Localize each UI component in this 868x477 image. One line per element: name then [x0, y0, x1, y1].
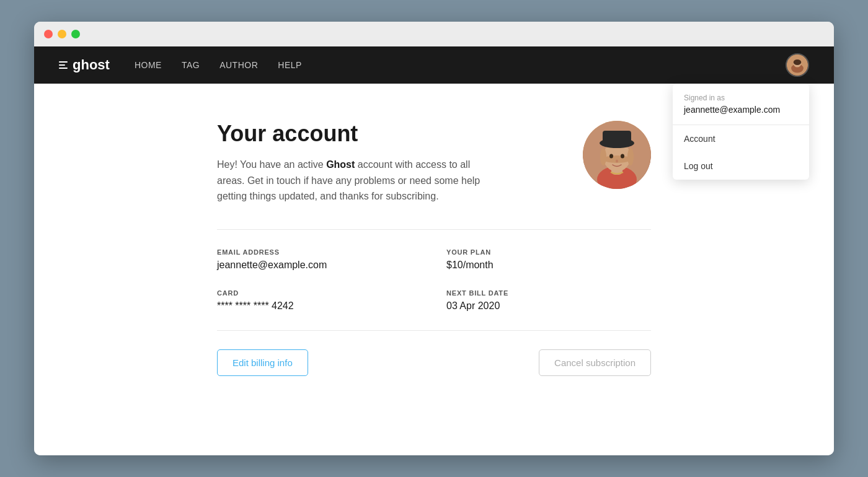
next-bill-item: NEXT BILL DATE 03 Apr 2020: [446, 289, 651, 312]
account-title: Your account: [217, 121, 484, 147]
svg-point-13: [609, 154, 613, 159]
signed-in-label: Signed in as: [684, 94, 798, 102]
desc-prefix: Hey! You have an active: [217, 159, 326, 170]
browser-content: ghost HOME TAG AUTHOR HELP: [34, 46, 834, 455]
dropdown-user-email: jeannette@example.com: [684, 105, 798, 115]
navbar: ghost HOME TAG AUTHOR HELP: [34, 46, 834, 84]
avatar-inner: [583, 121, 651, 189]
nav-links: HOME TAG AUTHOR HELP: [135, 60, 786, 70]
close-button[interactable]: [44, 30, 53, 38]
user-dropdown: Signed in as jeannette@example.com Accou…: [673, 84, 809, 180]
traffic-lights: [44, 30, 80, 38]
dropdown-account-link[interactable]: Account: [673, 125, 809, 152]
email-value: jeannette@example.com: [217, 260, 422, 271]
next-bill-value: 03 Apr 2020: [446, 300, 651, 312]
svg-rect-9: [603, 131, 631, 146]
plan-item: YOUR PLAN $10/month: [446, 248, 651, 271]
account-container: Your account Hey! You have an active Gho…: [217, 84, 651, 455]
svg-point-12: [627, 148, 634, 165]
plan-value: $10/month: [446, 260, 651, 271]
svg-point-15: [616, 160, 618, 163]
brand-name: Ghost: [326, 159, 355, 170]
edit-billing-button[interactable]: Edit billing info: [217, 349, 308, 376]
divider: [217, 330, 651, 331]
plan-label: YOUR PLAN: [446, 248, 651, 256]
account-description: Hey! You have an active Ghost account wi…: [217, 157, 484, 204]
dropdown-logout-link[interactable]: Log out: [673, 152, 809, 180]
svg-point-14: [621, 154, 624, 159]
next-bill-label: NEXT BILL DATE: [446, 289, 651, 297]
titlebar: [34, 22, 834, 46]
avatar-image: [787, 55, 808, 76]
email-address-item: EMAIL ADDRESS jeannette@example.com: [217, 248, 422, 271]
user-profile-avatar: [583, 121, 651, 189]
email-label: EMAIL ADDRESS: [217, 248, 422, 256]
button-row: Edit billing info Cancel subscription: [217, 349, 651, 376]
info-grid: EMAIL ADDRESS jeannette@example.com YOUR…: [217, 248, 651, 312]
nav-tag[interactable]: TAG: [182, 60, 200, 70]
account-info-section: EMAIL ADDRESS jeannette@example.com YOUR…: [217, 229, 651, 312]
minimize-button[interactable]: [58, 30, 66, 38]
logo-text: ghost: [73, 57, 110, 73]
svg-point-3: [794, 59, 802, 65]
account-info: Your account Hey! You have an active Gho…: [217, 121, 484, 204]
dropdown-header: Signed in as jeannette@example.com: [673, 84, 809, 125]
user-avatar-button[interactable]: [786, 53, 809, 77]
nav-help[interactable]: HELP: [278, 60, 302, 70]
svg-point-11: [600, 148, 606, 165]
maximize-button[interactable]: [71, 30, 80, 38]
nav-author[interactable]: AUTHOR: [219, 60, 258, 70]
site-logo[interactable]: ghost: [59, 57, 110, 73]
nav-home[interactable]: HOME: [135, 60, 162, 70]
logo-icon: [59, 61, 68, 69]
account-header: Your account Hey! You have an active Gho…: [217, 121, 651, 204]
cancel-subscription-button[interactable]: Cancel subscription: [539, 349, 651, 376]
card-item: CARD **** **** **** 4242: [217, 289, 422, 312]
card-label: CARD: [217, 289, 422, 297]
card-value: **** **** **** 4242: [217, 300, 422, 312]
